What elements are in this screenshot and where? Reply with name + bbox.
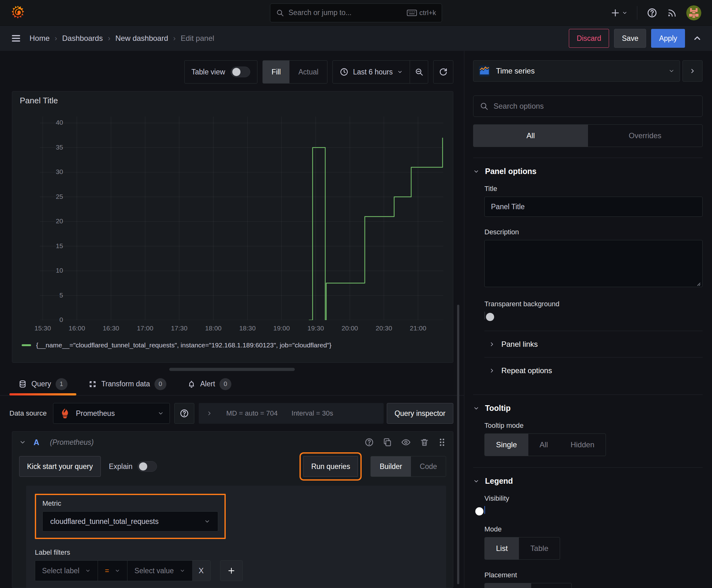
global-search: ctrl+k xyxy=(270,3,442,22)
query-toolbar: Kick start your query Explain Run querie… xyxy=(12,453,453,479)
tooltip-single-option[interactable]: Single xyxy=(485,434,528,456)
query-options-bar[interactable]: MD = auto = 704 Interval = 30s xyxy=(199,403,384,424)
zoom-out-button[interactable] xyxy=(410,61,428,83)
panel-options-header[interactable]: Panel options xyxy=(473,167,703,176)
scrollbar-thumb[interactable] xyxy=(457,305,459,584)
builder-option[interactable]: Builder xyxy=(371,456,411,477)
panel-links-row[interactable]: Panel links xyxy=(484,331,703,357)
breadcrumb-home[interactable]: Home xyxy=(29,34,50,43)
legend-table-option[interactable]: Table xyxy=(519,538,559,560)
placement-right-option[interactable]: Right xyxy=(531,583,571,588)
breadcrumb-new-dashboard[interactable]: New dashboard xyxy=(115,34,168,43)
datasource-picker[interactable]: Prometheus xyxy=(53,403,170,424)
tooltip-header[interactable]: Tooltip xyxy=(473,404,703,413)
time-range-picker[interactable]: Last 6 hours xyxy=(333,61,410,83)
query-options-summary: MD = auto = 704 xyxy=(226,409,278,417)
resize-handle[interactable] xyxy=(169,368,295,371)
datasource-row: Data source Prometheus MD = auto = 704 I… xyxy=(9,403,453,424)
time-range-label: Last 6 hours xyxy=(353,68,393,76)
visualization-picker[interactable]: Time series xyxy=(473,60,680,82)
x-tick-label: 21:00 xyxy=(408,324,429,332)
refresh-icon xyxy=(438,67,448,77)
select-label-dropdown[interactable]: Select label xyxy=(35,561,98,581)
refresh-button[interactable] xyxy=(433,60,453,84)
fill-option[interactable]: Fill xyxy=(263,61,289,83)
datasource-help-button[interactable] xyxy=(174,403,194,424)
search-input[interactable] xyxy=(288,8,403,17)
operator-dropdown[interactable]: = xyxy=(98,561,127,581)
query-editor-card: A (Prometheus) Kick start your query Exp… xyxy=(12,431,453,588)
metric-select[interactable]: cloudflared_tunnel_total_requests xyxy=(42,511,218,531)
transparent-toggle[interactable] xyxy=(484,312,485,319)
trash-icon[interactable] xyxy=(420,438,429,447)
help-button[interactable] xyxy=(647,7,657,18)
actual-option[interactable]: Actual xyxy=(289,61,327,83)
x-tick-label: 16:30 xyxy=(100,324,122,332)
options-search[interactable] xyxy=(473,96,703,117)
x-tick-label: 17:00 xyxy=(134,324,156,332)
menu-toggle[interactable] xyxy=(11,33,21,44)
label-filters-label: Label filters xyxy=(35,548,437,556)
code-option[interactable]: Code xyxy=(411,456,446,477)
chevron-right-icon xyxy=(489,341,495,348)
plus-icon xyxy=(610,8,620,18)
placement-bottom-option[interactable]: Bottom xyxy=(485,583,531,588)
explain-toggle[interactable] xyxy=(137,461,157,472)
chart-canvas xyxy=(40,117,443,320)
panel-toolbar: Table view Fill Actual Last 6 hours xyxy=(12,60,453,84)
chevron-down-icon xyxy=(179,568,185,573)
grafana-logo[interactable] xyxy=(11,5,25,21)
tooltip-hidden-option[interactable]: Hidden xyxy=(559,434,606,456)
run-queries-button[interactable]: Run queries xyxy=(303,456,358,477)
resize-grip-icon[interactable] xyxy=(696,281,701,286)
search-box[interactable]: ctrl+k xyxy=(270,3,442,22)
select-value-dropdown[interactable]: Select value xyxy=(127,561,192,581)
filter-overrides-tab[interactable]: Overrides xyxy=(588,125,703,147)
drag-handle-icon[interactable] xyxy=(438,438,446,447)
tooltip-mode-label: Tooltip mode xyxy=(484,422,703,430)
series-name[interactable]: {__name__="cloudflared_tunnel_total_requ… xyxy=(36,341,331,349)
news-button[interactable] xyxy=(667,8,677,18)
query-inspector-button[interactable]: Query inspector xyxy=(387,403,453,424)
add-filter-button[interactable] xyxy=(220,560,243,581)
panel-description-input[interactable] xyxy=(484,240,703,287)
chevron-down-icon[interactable] xyxy=(19,439,26,446)
collapse-options-button[interactable] xyxy=(683,60,703,82)
add-menu-button[interactable] xyxy=(610,8,628,18)
time-series-chart: 0510152025303540 15:3016:0016:3017:0017:… xyxy=(40,117,443,320)
options-search-input[interactable] xyxy=(494,102,696,110)
series-swatch[interactable] xyxy=(22,344,31,346)
eye-icon[interactable] xyxy=(401,437,411,447)
legend-header[interactable]: Legend xyxy=(473,477,703,486)
panel-title-input[interactable] xyxy=(484,197,703,217)
query-tabs: Query 1 Transform data 0 Alert 0 xyxy=(0,373,464,396)
tab-query-label: Query xyxy=(31,380,51,388)
table-view-toggle[interactable] xyxy=(231,67,250,77)
tooltip-all-option[interactable]: All xyxy=(528,434,559,456)
legend-list-option[interactable]: List xyxy=(485,538,519,560)
search-icon xyxy=(480,102,489,110)
question-circle-icon xyxy=(647,7,657,18)
explain-control: Explain xyxy=(109,461,157,472)
tab-alert[interactable]: Alert 0 xyxy=(178,373,240,395)
save-button[interactable]: Save xyxy=(614,29,646,48)
repeat-options-row[interactable]: Repeat options xyxy=(484,357,703,384)
discard-button[interactable]: Discard xyxy=(569,29,609,48)
collapse-header-button[interactable] xyxy=(693,34,701,42)
query-ref-id[interactable]: A xyxy=(34,438,39,447)
panel-options-subsections: Panel links Repeat options xyxy=(484,331,703,384)
apply-button[interactable]: Apply xyxy=(651,29,685,48)
remove-filter-button[interactable]: X xyxy=(192,561,210,581)
kickstart-button[interactable]: Kick start your query xyxy=(19,456,101,477)
query-help-icon[interactable] xyxy=(365,438,374,447)
panel-preview: Panel Title 0510152025303540 15:3016:001… xyxy=(12,91,453,363)
duplicate-icon[interactable] xyxy=(383,438,392,447)
hamburger-icon xyxy=(11,33,21,44)
tab-query[interactable]: Query 1 xyxy=(9,373,76,395)
legend-visibility-toggle[interactable] xyxy=(484,506,485,514)
filter-all-tab[interactable]: All xyxy=(473,125,588,147)
transform-icon xyxy=(88,380,97,388)
user-avatar[interactable] xyxy=(686,5,701,20)
tab-transform-data[interactable]: Transform data 0 xyxy=(80,373,175,395)
breadcrumb-dashboards[interactable]: Dashboards xyxy=(62,34,103,43)
